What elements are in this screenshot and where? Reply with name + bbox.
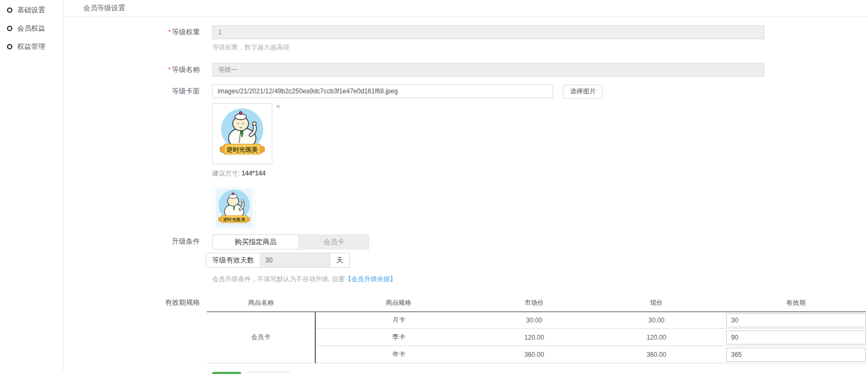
upgrade-basis-link[interactable]: 【会员升级依据】 bbox=[345, 275, 396, 283]
validity-days-input[interactable] bbox=[726, 348, 866, 362]
sidebar-item-basic-settings[interactable]: 基础设置 bbox=[0, 1, 63, 19]
col-product-spec: 商品规格 bbox=[315, 296, 482, 312]
card-image-preview-wrap: 逆时光医美 × bbox=[212, 103, 868, 164]
choose-image-button[interactable]: 选择图片 bbox=[563, 85, 603, 99]
price-cell: 360.00 bbox=[587, 346, 726, 363]
size-hint: 建议尺寸: 144*144 bbox=[212, 169, 868, 178]
mascot-banner-text: 逆时光医美 bbox=[226, 145, 258, 153]
sidebar-item-label: 权益管理 bbox=[17, 42, 45, 52]
mascot-banner-text-small: 逆时光医美 bbox=[222, 216, 245, 222]
table-header-row: 商品名称 商品规格 市场价 现价 有效期 bbox=[207, 296, 866, 312]
level-weight-label: *等级权重 bbox=[64, 25, 200, 39]
level-name-input[interactable] bbox=[212, 63, 764, 77]
table-row: 会员卡 月卡 30.00 30.00 bbox=[207, 312, 866, 329]
valid-days-group: 等级有效天数 天 bbox=[206, 253, 369, 268]
required-marker: * bbox=[168, 66, 171, 74]
valid-days-input[interactable] bbox=[261, 253, 330, 268]
tab-buy-specified-goods[interactable]: 购买指定商品 bbox=[212, 234, 299, 250]
spec-cell: 季卡 bbox=[315, 329, 482, 346]
tab-member-card[interactable]: 会员卡 bbox=[299, 234, 369, 250]
upgrade-help: 会员升级条件，不填写默认为不自动升级, 设置【会员升级依据】 bbox=[212, 275, 868, 284]
back-to-list-button[interactable]: 返回列表 bbox=[247, 372, 290, 374]
validity-spec-table: 商品名称 商品规格 市场价 现价 有效期 会员卡 月卡 30.00 30.00 bbox=[207, 296, 866, 364]
radio-circle-icon bbox=[7, 26, 12, 31]
form-actions: 提交 返回列表 bbox=[212, 372, 868, 374]
size-hint-value: 144*144 bbox=[242, 170, 266, 177]
card-image-preview: 逆时光医美 bbox=[212, 103, 272, 164]
upgrade-condition-tabs: 购买指定商品 会员卡 bbox=[212, 234, 369, 250]
doctor-mascot-image-small: 逆时光医美 bbox=[215, 189, 254, 228]
level-weight-input[interactable] bbox=[212, 25, 764, 39]
col-market-price: 市场价 bbox=[482, 296, 587, 312]
product-name-cell: 会员卡 bbox=[207, 312, 315, 363]
radio-circle-icon bbox=[7, 44, 12, 49]
submit-button[interactable]: 提交 bbox=[212, 372, 241, 374]
required-marker: * bbox=[168, 28, 171, 36]
upgrade-condition-row: 升级条件 购买指定商品 会员卡 等级有效天数 天 bbox=[64, 234, 868, 268]
price-cell: 120.00 bbox=[587, 329, 726, 346]
doctor-mascot-image: 逆时光医美 bbox=[215, 106, 269, 161]
validity-days-input[interactable] bbox=[726, 331, 866, 344]
market-price-cell: 360.00 bbox=[482, 346, 587, 363]
level-card-row: 等级卡面 选择图片 bbox=[64, 84, 868, 99]
validity-days-input[interactable] bbox=[726, 313, 866, 327]
settings-sidebar: 基础设置 会员权益 权益管理 bbox=[0, 0, 63, 371]
level-card-label: 等级卡面 bbox=[64, 84, 200, 98]
spec-cell: 月卡 bbox=[315, 312, 482, 329]
market-price-cell: 120.00 bbox=[482, 329, 587, 346]
card-image-thumbnail: 逆时光医美 bbox=[213, 187, 255, 229]
card-image-path-input[interactable] bbox=[212, 84, 553, 98]
remove-image-icon[interactable]: × bbox=[276, 104, 280, 110]
valid-days-suffix: 天 bbox=[330, 253, 350, 268]
col-validity: 有效期 bbox=[726, 296, 866, 312]
price-cell: 30.00 bbox=[587, 312, 726, 329]
level-weight-row: *等级权重 bbox=[64, 25, 868, 39]
page-title: 会员等级设置 bbox=[64, 0, 868, 17]
member-level-form: *等级权重 等级权重，数字越大越高级 *等级名称 等级卡面 选择图片 bbox=[64, 17, 868, 374]
level-name-label: *等级名称 bbox=[64, 63, 200, 77]
sidebar-item-label: 会员权益 bbox=[17, 24, 45, 33]
main-panel: 会员等级设置 *等级权重 等级权重，数字越大越高级 *等级名称 等级卡面 选择图… bbox=[64, 0, 868, 374]
spec-cell: 年卡 bbox=[315, 346, 482, 363]
validity-spec-row: 有效期规格 商品名称 商品规格 市场价 现价 有效期 bbox=[64, 296, 868, 364]
level-name-row: *等级名称 bbox=[64, 63, 868, 77]
col-product-name: 商品名称 bbox=[207, 296, 315, 312]
sidebar-item-member-benefits[interactable]: 会员权益 bbox=[0, 19, 63, 38]
radio-circle-icon bbox=[7, 8, 12, 13]
sidebar-item-benefit-management[interactable]: 权益管理 bbox=[0, 38, 63, 56]
col-current-price: 现价 bbox=[587, 296, 726, 312]
valid-days-prefix: 等级有效天数 bbox=[206, 253, 261, 268]
sidebar-item-label: 基础设置 bbox=[17, 5, 45, 15]
market-price-cell: 30.00 bbox=[482, 312, 587, 329]
upgrade-condition-label: 升级条件 bbox=[64, 234, 200, 248]
validity-spec-label: 有效期规格 bbox=[64, 296, 200, 309]
level-weight-help: 等级权重，数字越大越高级 bbox=[212, 43, 868, 52]
